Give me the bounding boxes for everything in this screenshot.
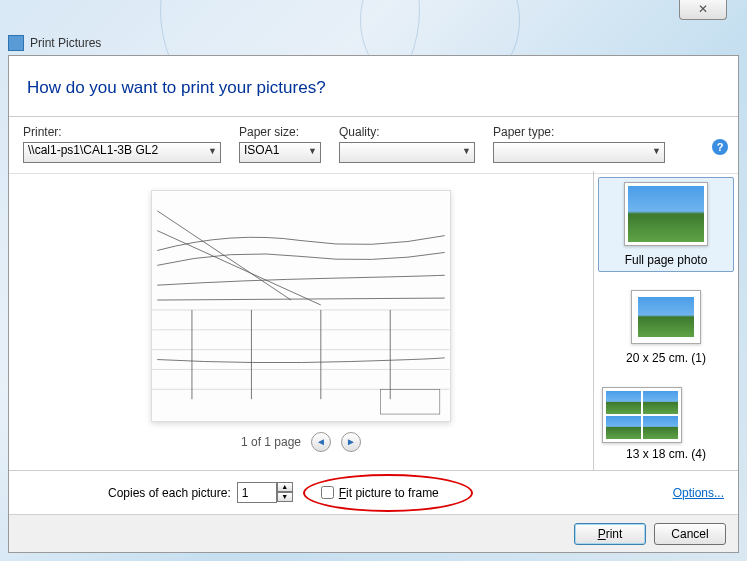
help-icon[interactable]: ? xyxy=(712,139,728,155)
dialog-panel: How do you want to print your pictures? … xyxy=(8,55,739,553)
close-button[interactable]: ✕ xyxy=(679,0,727,20)
layout-full-page[interactable]: Full page photo xyxy=(598,177,734,272)
print-button[interactable]: Print xyxy=(574,523,646,545)
header-question: How do you want to print your pictures? xyxy=(9,56,738,117)
printer-select[interactable]: \\cal1-ps1\CAL1-3B GL2 xyxy=(23,142,221,163)
title-bar: Print Pictures xyxy=(8,35,101,51)
copies-up-button[interactable]: ▲ xyxy=(277,482,293,492)
layout-label: 20 x 25 cm. (1) xyxy=(602,351,730,365)
layout-20x25[interactable]: 20 x 25 cm. (1) xyxy=(598,286,734,369)
window-title: Print Pictures xyxy=(30,36,101,50)
layout-13x18[interactable]: 13 x 18 cm. (4) xyxy=(598,383,734,465)
copies-spinner[interactable]: ▲ ▼ xyxy=(237,482,293,503)
layout-label: 13 x 18 cm. (4) xyxy=(602,447,730,461)
main-area: 1 of 1 page ◄ ► Full page photo 20 x 25 … xyxy=(9,171,738,470)
fit-to-frame-label: FFit picture to frameit picture to frame xyxy=(339,486,439,500)
preview-pane: 1 of 1 page ◄ ► xyxy=(9,171,593,470)
paper-type-select[interactable] xyxy=(493,142,665,163)
layouts-pane[interactable]: Full page photo 20 x 25 cm. (1) 13 x 18 … xyxy=(593,171,738,470)
pager: 1 of 1 page ◄ ► xyxy=(241,432,361,452)
controls-row: Printer: \\cal1-ps1\CAL1-3B GL2 Paper si… xyxy=(9,117,738,174)
preview-image xyxy=(151,190,451,422)
fit-to-frame-checkbox[interactable] xyxy=(321,486,334,499)
pager-text: 1 of 1 page xyxy=(241,435,301,449)
prev-page-button[interactable]: ◄ xyxy=(311,432,331,452)
layout-label: Full page photo xyxy=(603,253,729,267)
paper-size-select[interactable]: ISOA1 xyxy=(239,142,321,163)
copies-label: Copies of each picture: xyxy=(108,486,231,500)
paper-size-label: Paper size: xyxy=(239,125,321,139)
action-bar: Print Cancel xyxy=(9,514,738,552)
copies-down-button[interactable]: ▼ xyxy=(277,492,293,502)
paper-type-label: Paper type: xyxy=(493,125,665,139)
next-page-button[interactable]: ► xyxy=(341,432,361,452)
printer-label: Printer: xyxy=(23,125,221,139)
bottom-bar: Copies of each picture: ▲ ▼ FFit picture… xyxy=(9,470,738,514)
quality-label: Quality: xyxy=(339,125,475,139)
options-link[interactable]: Options... xyxy=(673,486,724,500)
print-pictures-icon xyxy=(8,35,24,51)
svg-rect-0 xyxy=(152,191,449,421)
copies-input[interactable] xyxy=(237,482,277,503)
quality-select[interactable] xyxy=(339,142,475,163)
cancel-button[interactable]: Cancel xyxy=(654,523,726,545)
